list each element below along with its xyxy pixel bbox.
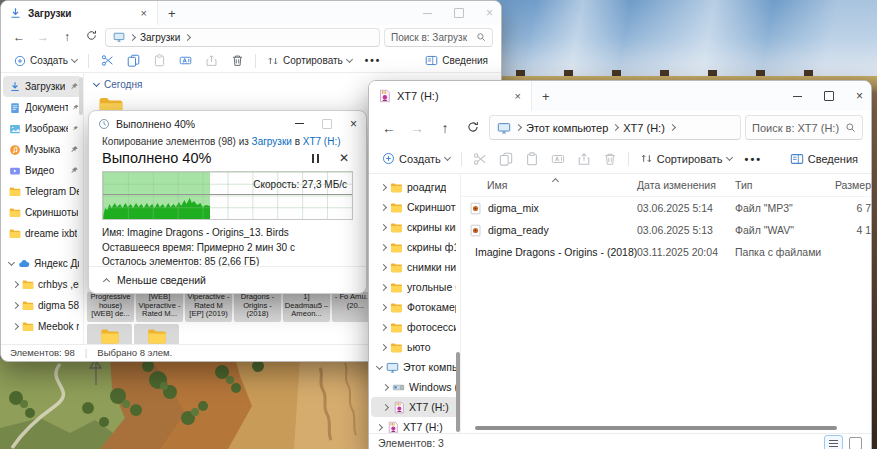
chevron-right-icon[interactable] (380, 323, 387, 330)
minimize-button[interactable] (295, 123, 304, 124)
chevron-right-icon[interactable] (380, 223, 387, 230)
cancel-copy-button[interactable]: ✕ (339, 151, 349, 165)
tab-downloads[interactable]: Загрузки × (1, 1, 158, 25)
column-name[interactable]: Имя (461, 179, 637, 191)
sidebar-item-dreame[interactable]: dreame ixbt (3, 223, 81, 244)
address-bar[interactable]: Этот компьютер XT7 (H:) (489, 115, 741, 140)
refresh-button[interactable] (461, 120, 485, 136)
column-size[interactable]: Размер (827, 179, 871, 191)
sidebar-item-skriny-kin[interactable]: скрины кин (371, 217, 458, 237)
sidebar-item-screenshots[interactable]: Скриншоты (3, 202, 81, 223)
sidebar-item-video[interactable]: Видео (3, 160, 81, 181)
search-input[interactable]: Поиск в: Загрузк (384, 28, 493, 47)
see-more-button[interactable]: ••• (739, 153, 769, 165)
close-button[interactable]: × (486, 7, 493, 19)
back-button[interactable]: ← (9, 30, 29, 44)
minimize-button[interactable] (793, 96, 802, 97)
sidebar-item-ugolnye[interactable]: угольные бри (371, 277, 458, 297)
sidebar-item-music[interactable]: Музыка (3, 139, 81, 160)
chevron-right-icon[interactable] (380, 183, 387, 190)
folder-tile[interactable] (87, 324, 132, 344)
column-date[interactable]: Дата изменения (637, 179, 735, 191)
sidebar-item-downloads[interactable]: Загрузки (3, 76, 81, 97)
table-row[interactable]: digma_ready 03.06.2025 5:13 Файл "WAV" 4… (461, 219, 871, 241)
horizontal-scrollbar[interactable] (475, 426, 837, 430)
sidebar-item-documents[interactable]: Документы (3, 97, 81, 118)
breadcrumb-downloads[interactable]: Загрузки (140, 32, 180, 43)
sidebar-item-screenshots[interactable]: Скриншоты (371, 197, 458, 217)
details-pane-button[interactable]: Сведения (420, 54, 493, 67)
file-tile[interactable]: Dragons - Origins - (2018) (234, 292, 281, 322)
search-input[interactable]: Поиск в: XT7 (H:) (745, 115, 863, 140)
large-icons-view-button[interactable] (849, 437, 862, 449)
close-button[interactable]: × (856, 90, 863, 102)
maximize-button[interactable] (454, 8, 464, 18)
see-more-button[interactable]: ••• (359, 55, 388, 66)
tab-xt7[interactable]: XT7 (H:) × (369, 81, 532, 111)
table-row[interactable]: Imagine Dragons - Origins - (2018) 03.11… (461, 241, 871, 263)
destination-link[interactable]: XT7 (H:) (303, 136, 341, 147)
sort-button[interactable]: Сортировать (635, 152, 737, 165)
chevron-down-icon[interactable] (93, 80, 100, 87)
create-button[interactable]: Создать (377, 152, 455, 165)
up-button[interactable]: ↑ (433, 120, 457, 136)
column-type[interactable]: Тип (735, 179, 827, 191)
chevron-right-icon[interactable] (382, 383, 389, 390)
tab-close-icon[interactable]: × (139, 7, 149, 19)
share-button[interactable] (572, 152, 596, 166)
rename-button[interactable] (546, 152, 570, 166)
paste-button[interactable] (147, 54, 171, 67)
breadcrumb-this-pc[interactable]: Этот компьютер (526, 122, 608, 134)
cut-button[interactable] (95, 54, 119, 67)
chevron-right-icon[interactable] (12, 323, 19, 330)
maximize-button[interactable] (824, 91, 834, 101)
chevron-right-icon[interactable] (380, 343, 387, 350)
file-tile[interactable]: [WEB] Viperactive - Rated M... (136, 292, 183, 322)
file-tile[interactable]: Viperactive - Rated M [EP] (2019) (185, 292, 232, 322)
file-tile[interactable]: 1] Deadmau5 – Ameon... (283, 292, 330, 322)
minimize-button[interactable] (423, 13, 432, 14)
sort-button[interactable]: Сортировать (262, 55, 357, 67)
address-bar[interactable]: Загрузки (105, 28, 380, 47)
pause-button[interactable] (312, 154, 319, 163)
sidebar-item-this-pc[interactable]: Этот компьютер (371, 357, 458, 377)
fewer-details-button[interactable]: Меньше сведений (89, 266, 366, 293)
details-pane-button[interactable]: Сведения (785, 152, 863, 166)
new-tab-button[interactable]: + (168, 6, 176, 21)
chevron-right-icon[interactable] (12, 281, 19, 288)
rename-button[interactable] (173, 54, 197, 67)
chevron-down-icon[interactable] (8, 259, 15, 266)
delete-button[interactable] (598, 152, 622, 166)
chevron-right-icon[interactable] (380, 303, 387, 310)
chevron-right-icon[interactable] (376, 423, 383, 430)
create-button[interactable]: Создать (9, 55, 82, 67)
group-header-today[interactable]: Сегодня (94, 79, 142, 90)
up-button[interactable]: ↑ (57, 30, 77, 44)
sidebar-item-telegram[interactable]: Telegram Deskto (3, 181, 81, 202)
file-tile[interactable]: Progressive house) [WEB] de... (87, 292, 134, 322)
chevron-right-icon[interactable] (380, 283, 387, 290)
sidebar-item-meebok[interactable]: Meebok m6c (3, 316, 81, 337)
share-button[interactable] (199, 54, 223, 67)
sidebar-item-skriny-f15[interactable]: скрины ф15зк (371, 237, 458, 257)
chevron-right-icon[interactable] (380, 263, 387, 270)
sidebar-item-snimki[interactable]: снимки нинке (371, 257, 458, 277)
forward-button[interactable]: → (33, 30, 53, 44)
chevron-right-icon[interactable] (12, 302, 19, 309)
sidebar-item-crhbys[interactable]: crhbys ,erdfhz (3, 274, 81, 295)
chevron-down-icon[interactable] (376, 362, 383, 369)
table-row[interactable]: digma_mix 03.06.2025 5:14 Файл "MP3" 6 7 (461, 197, 871, 219)
back-button[interactable]: ← (377, 120, 401, 136)
sidebar-item-fotosessiya[interactable]: фотосессия сн (371, 317, 458, 337)
sidebar-item-pictures[interactable]: Изображени (3, 118, 81, 139)
chevron-right-icon[interactable] (380, 243, 387, 250)
sidebar-item-yandex-disk[interactable]: Яндекс Диск (3, 253, 81, 274)
breadcrumb-xt7[interactable]: XT7 (H:) (623, 122, 665, 134)
sidebar-item-roadgid[interactable]: роадгид (371, 177, 458, 197)
source-link[interactable]: Загрузки (252, 136, 292, 147)
sidebar-item-windows-c[interactable]: Windows (C:) (371, 377, 458, 397)
sidebar-scrollbar[interactable] (79, 77, 83, 115)
refresh-button[interactable] (81, 30, 101, 44)
copy-button[interactable] (494, 152, 518, 166)
close-button[interactable]: × (350, 118, 357, 130)
